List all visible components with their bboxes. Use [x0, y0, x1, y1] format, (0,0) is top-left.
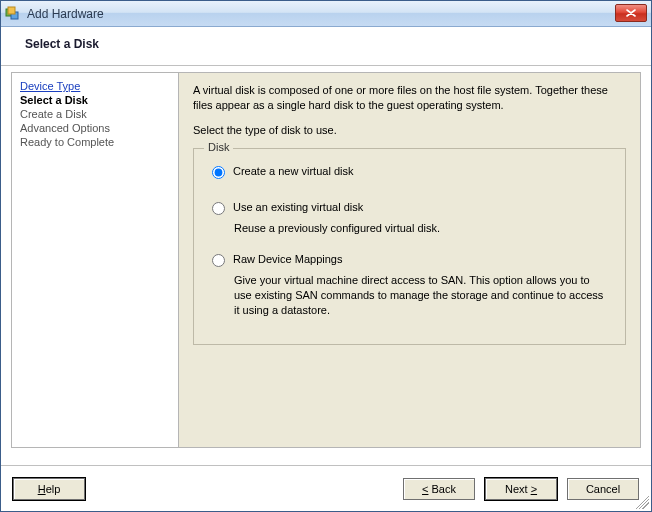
window-title: Add Hardware: [27, 7, 104, 21]
titlebar[interactable]: Add Hardware: [1, 1, 651, 27]
wizard-main-panel: A virtual disk is composed of one or mor…: [179, 72, 641, 448]
radio-use-existing[interactable]: [212, 202, 225, 215]
desc-use-existing: Reuse a previously configured virtual di…: [234, 221, 609, 236]
intro-text: A virtual disk is composed of one or mor…: [193, 83, 626, 113]
help-button[interactable]: Help: [13, 478, 85, 500]
next-button[interactable]: Next >: [485, 478, 557, 500]
cancel-button[interactable]: Cancel: [567, 478, 639, 500]
radio-label-raw-device: Raw Device Mappings: [233, 253, 342, 265]
page-title: Select a Disk: [25, 37, 637, 51]
radio-create-new[interactable]: [212, 166, 225, 179]
disk-groupbox: Disk Create a new virtual disk Use an ex…: [193, 148, 626, 345]
wizard-header: Select a Disk: [1, 27, 651, 66]
radio-label-create-new: Create a new virtual disk: [233, 165, 353, 177]
radio-row-raw-device[interactable]: Raw Device Mappings: [210, 253, 609, 267]
sidebar-item-select-a-disk[interactable]: Select a Disk: [12, 93, 178, 107]
sidebar-item-ready-to-complete[interactable]: Ready to Complete: [12, 135, 178, 149]
resize-grip[interactable]: [635, 495, 649, 509]
wizard-steps-sidebar: Device Type Select a Disk Create a Disk …: [11, 72, 179, 448]
prompt-text: Select the type of disk to use.: [193, 123, 626, 138]
back-button-label: Back: [432, 483, 456, 495]
close-button[interactable]: [615, 4, 647, 22]
sidebar-item-device-type[interactable]: Device Type: [12, 79, 178, 93]
wizard-footer: Help < Back Next > Cancel: [1, 465, 651, 511]
radio-raw-device[interactable]: [212, 254, 225, 267]
dialog-window: Add Hardware Select a Disk Device Type S…: [0, 0, 652, 512]
app-icon: [5, 6, 21, 22]
desc-raw-device: Give your virtual machine direct access …: [234, 273, 609, 318]
svg-rect-2: [8, 7, 15, 14]
radio-row-create-new[interactable]: Create a new virtual disk: [210, 165, 609, 179]
next-button-label: Next: [505, 483, 528, 495]
radio-row-use-existing[interactable]: Use an existing virtual disk: [210, 201, 609, 215]
wizard-body: Device Type Select a Disk Create a Disk …: [1, 66, 651, 454]
back-button[interactable]: < Back: [403, 478, 475, 500]
help-button-label: elp: [46, 483, 61, 495]
disk-groupbox-legend: Disk: [204, 141, 233, 153]
radio-label-use-existing: Use an existing virtual disk: [233, 201, 363, 213]
sidebar-item-create-a-disk[interactable]: Create a Disk: [12, 107, 178, 121]
sidebar-item-advanced-options[interactable]: Advanced Options: [12, 121, 178, 135]
